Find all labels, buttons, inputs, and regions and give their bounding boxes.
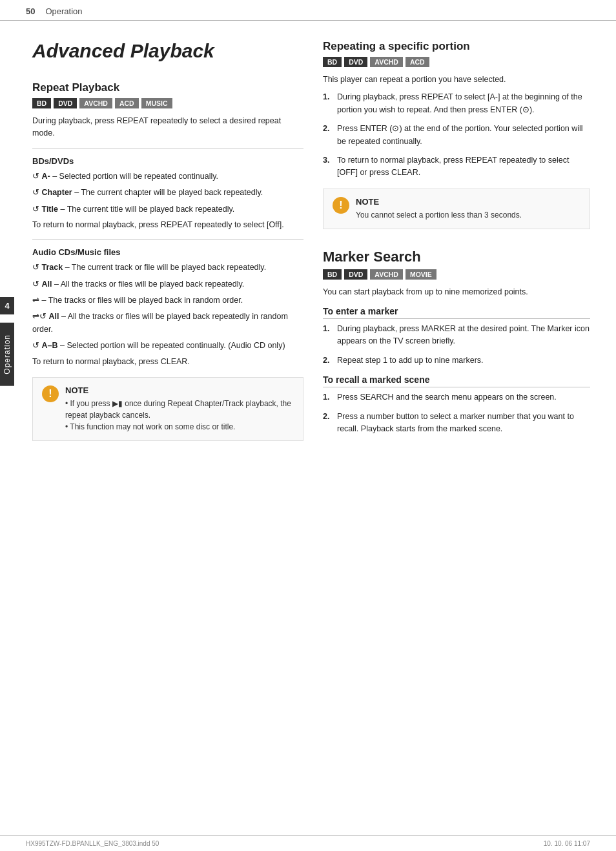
badge-avchd-right: AVCHD <box>370 57 403 67</box>
enter-step2-num: 2. <box>323 354 333 367</box>
repeating-step-2: 2. Press ENTER (⊙) at the end of the por… <box>323 123 590 148</box>
note-icon-left: ! <box>42 385 59 402</box>
step1-num: 1. <box>323 91 333 116</box>
note-title-right: NOTE <box>356 197 522 207</box>
repeating-heading: Repeating a specific portion <box>323 40 590 53</box>
marker-badges: BD DVD AVCHD MOVIE <box>323 269 590 280</box>
badge-movie-marker: MOVIE <box>406 269 436 280</box>
note-bullet-1: • If you press ▶▮ once during Repeat Cha… <box>65 398 294 421</box>
step3-num: 3. <box>323 154 333 179</box>
recall-step-2: 2. Press a number button to select a mar… <box>323 411 590 436</box>
random-icon: ⇌ <box>32 295 39 305</box>
top-bar: 50 Operation <box>0 0 616 21</box>
enter-marker-step-1: 1. During playback, press MARKER at the … <box>323 323 590 348</box>
enter-marker-steps: 1. During playback, press MARKER at the … <box>323 323 590 367</box>
recall-steps: 1. Press SEARCH and the search menu appe… <box>323 391 590 435</box>
recall-step1-text: Press SEARCH and the search menu appears… <box>337 391 557 404</box>
repeating-intro: This player can repeat a portion you hav… <box>323 74 590 86</box>
badge-avchd: AVCHD <box>79 98 112 108</box>
enter-step1-num: 1. <box>323 323 333 348</box>
audio-all-text: All – All the tracks or files will be pl… <box>41 280 244 289</box>
divider-2 <box>32 239 303 240</box>
bds-heading: BDs/DVDs <box>32 156 303 166</box>
audio-heading: Audio CDs/Music files <box>32 247 303 257</box>
marker-search-section: Marker Search BD DVD AVCHD MOVIE You can… <box>323 249 590 436</box>
repeat-icon-title: ↺ <box>32 204 39 214</box>
side-tab-number: 4 <box>0 297 14 314</box>
audio-item-all: ↺ All – All the tracks or files will be … <box>32 278 303 291</box>
enter-step2-text: Repeat step 1 to add up to nine markers. <box>337 354 484 367</box>
audio-item-random: ⇌ – The tracks or files will be played b… <box>32 294 303 307</box>
badge-acd-right: ACD <box>406 57 429 67</box>
badge-dvd: DVD <box>54 98 77 108</box>
repeat-icon-track: ↺ <box>32 262 39 272</box>
recall-heading: To recall a marked scene <box>323 374 590 387</box>
step1-text: During playback, press REPEAT to select … <box>337 91 590 116</box>
note-text-right: You cannot select a portion less than 3 … <box>356 209 522 221</box>
audio-random-text: – The tracks or files will be played bac… <box>41 296 243 305</box>
audio-item-ab: ↺ A–B – Selected portion will be repeate… <box>32 339 303 352</box>
repeat-icon-ab: ↺ <box>32 340 39 350</box>
step3-text: To return to normal playback, press REPE… <box>337 154 590 179</box>
content-area: Advanced Playback Repeat Playback BD DVD… <box>0 21 616 464</box>
audio-item-random-all: ⇌↺ All – All the tracks or files will be… <box>32 310 303 336</box>
bds-item-3-text: Title – The current title will be played… <box>41 205 234 214</box>
badge-bd-right: BD <box>323 57 342 67</box>
side-tab-label: Operation <box>0 323 14 386</box>
step2-num: 2. <box>323 123 333 148</box>
repeating-section: Repeating a specific portion BD DVD AVCH… <box>323 40 590 229</box>
page-number: 50 <box>26 6 35 16</box>
recall-step2-text: Press a number button to select a marker… <box>337 411 590 436</box>
badge-avchd-marker: AVCHD <box>370 269 403 280</box>
repeat-icon-all: ↺ <box>32 279 39 289</box>
repeat-playback-heading: Repeat Playback <box>32 81 303 94</box>
note-title-left: NOTE <box>65 385 294 395</box>
page-title: Advanced Playback <box>32 40 303 62</box>
badge-acd: ACD <box>115 98 139 108</box>
note-box-left: ! NOTE • If you press ▶▮ once during Rep… <box>32 377 303 441</box>
repeat-playback-section: Repeat Playback BD DVD AVCHD ACD MUSIC D… <box>32 81 303 368</box>
enter-marker-heading: To enter a marker <box>323 306 590 319</box>
recall-step2-num: 2. <box>323 411 333 436</box>
top-section-title: Operation <box>45 6 82 16</box>
step2-text: Press ENTER (⊙) at the end of the portio… <box>337 123 590 148</box>
bds-return-label: To return to normal playback, press REPE… <box>32 220 284 229</box>
badge-dvd-marker: DVD <box>344 269 367 280</box>
bds-item-2: ↺ Chapter – The current chapter will be … <box>32 186 303 199</box>
badge-music: MUSIC <box>141 98 172 108</box>
note-box-right: ! NOTE You cannot select a portion less … <box>323 189 590 229</box>
bds-item-3: ↺ Title – The current title will be play… <box>32 203 303 216</box>
repeating-badges: BD DVD AVCHD ACD <box>323 57 590 67</box>
audio-track-text: Track – The current track or file will b… <box>41 263 266 272</box>
repeating-step-1: 1. During playback, press REPEAT to sele… <box>323 91 590 116</box>
bottom-bar: HX995TZW-FD.BPANLLK_ENG_3803.indd 50 10.… <box>0 836 616 851</box>
recall-step1-num: 1. <box>323 391 333 404</box>
bds-return-text: To return to normal playback, press REPE… <box>32 219 303 231</box>
page-wrapper: 50 Operation 4 Operation Advanced Playba… <box>0 0 616 851</box>
note-content-right: NOTE You cannot select a portion less th… <box>356 197 522 221</box>
bottom-right-text: 10. 10. 06 11:07 <box>544 840 590 847</box>
badge-dvd-right: DVD <box>344 57 367 67</box>
repeating-step-3: 3. To return to normal playback, press R… <box>323 154 590 179</box>
audio-item-track: ↺ Track – The current track or file will… <box>32 261 303 274</box>
note-icon-right: ! <box>333 197 349 214</box>
random-all-icon: ⇌↺ <box>32 311 46 321</box>
enter-step1-text: During playback, press MARKER at the des… <box>337 323 590 348</box>
bds-item-1-text: A- – Selected portion will be repeated c… <box>41 172 218 181</box>
repeat-intro: During playback, press REPEAT repeatedly… <box>32 115 303 140</box>
repeat-icon-chapter: ↺ <box>32 187 39 197</box>
note-bullet-2: • This function may not work on some dis… <box>65 421 294 433</box>
left-column: Advanced Playback Repeat Playback BD DVD… <box>32 40 303 451</box>
audio-ab-text: A–B – Selected portion will be repeated … <box>41 341 285 350</box>
repeat-icon-a: ↺ <box>32 171 39 181</box>
bds-item-2-text: Chapter – The current chapter will be pl… <box>41 188 263 197</box>
bottom-left-text: HX995TZW-FD.BPANLLK_ENG_3803.indd 50 <box>26 840 159 847</box>
enter-marker-step-2: 2. Repeat step 1 to add up to nine marke… <box>323 354 590 367</box>
divider-1 <box>32 148 303 149</box>
note-content-left: NOTE • If you press ▶▮ once during Repea… <box>65 385 294 433</box>
marker-intro: You can start playback from up to nine m… <box>323 286 590 298</box>
audio-return-text: To return to normal playback, press CLEA… <box>32 356 303 368</box>
badge-bd-marker: BD <box>323 269 342 280</box>
right-column: Repeating a specific portion BD DVD AVCH… <box>323 40 590 451</box>
repeating-steps-list: 1. During playback, press REPEAT to sele… <box>323 91 590 179</box>
